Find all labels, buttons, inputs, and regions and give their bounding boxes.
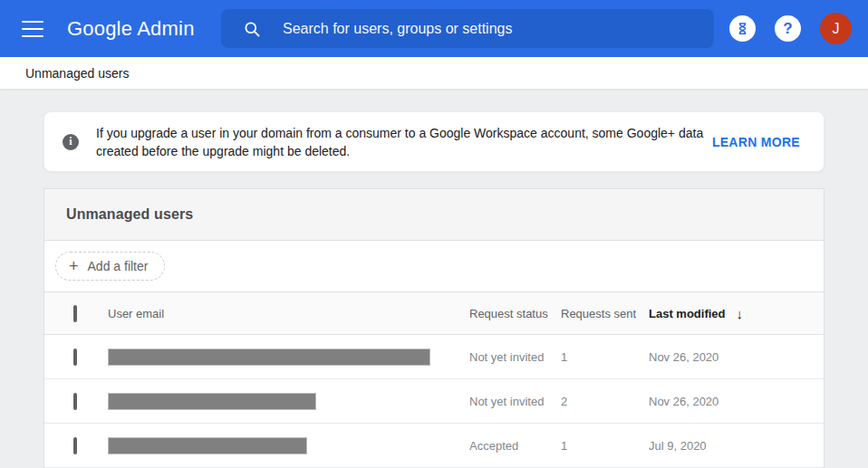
hourglass-icon bbox=[736, 22, 749, 35]
column-header-request-status[interactable]: Request status bbox=[469, 307, 561, 320]
row-checkbox[interactable] bbox=[73, 349, 77, 366]
requests-sent-cell: 1 bbox=[561, 350, 649, 364]
sort-desc-icon: ↓ bbox=[737, 306, 744, 321]
question-mark-icon: ? bbox=[783, 21, 792, 36]
redacted-user-email bbox=[108, 437, 307, 454]
requests-sent-cell: 2 bbox=[561, 395, 649, 408]
column-header-requests-sent[interactable]: Requests sent bbox=[561, 307, 649, 320]
last-modified-cell: Nov 26, 2020 bbox=[649, 395, 824, 408]
breadcrumb-item[interactable]: Unmanaged users bbox=[25, 66, 129, 81]
table-row[interactable]: Not yet invited 1 Nov 26, 2020 bbox=[44, 335, 824, 379]
row-checkbox[interactable] bbox=[73, 437, 77, 454]
request-status-cell: Not yet invited bbox=[469, 350, 561, 364]
learn-more-link[interactable]: LEARN MORE bbox=[712, 135, 800, 149]
page-content: i If you upgrade a user in your domain f… bbox=[0, 90, 868, 468]
request-status-cell: Accepted bbox=[469, 439, 561, 453]
request-status-cell: Not yet invited bbox=[469, 395, 561, 408]
info-banner: i If you upgrade a user in your domain f… bbox=[43, 111, 825, 172]
add-filter-label: Add a filter bbox=[88, 259, 149, 273]
info-icon: i bbox=[63, 134, 79, 150]
table-row[interactable]: Not yet invited 2 Nov 26, 2020 bbox=[44, 379, 824, 424]
help-button[interactable]: ? bbox=[775, 15, 801, 42]
last-modified-cell: Jul 9, 2020 bbox=[649, 439, 824, 453]
column-header-last-modified[interactable]: Last modified ↓ bbox=[649, 306, 824, 321]
product-logo[interactable]: Google Admin bbox=[67, 17, 195, 41]
search-icon bbox=[243, 20, 261, 38]
select-all-checkbox[interactable] bbox=[73, 305, 77, 322]
requests-sent-cell: 1 bbox=[561, 439, 649, 453]
column-header-user-email[interactable]: User email bbox=[108, 307, 469, 320]
plus-icon: + bbox=[69, 258, 79, 274]
banner-message: If you upgrade a user in your domain fro… bbox=[96, 124, 709, 160]
card-title: Unmanaged users bbox=[66, 206, 193, 223]
main-menu-icon[interactable] bbox=[22, 21, 43, 37]
add-filter-button[interactable]: + Add a filter bbox=[55, 252, 165, 281]
filter-toolbar: + Add a filter bbox=[44, 241, 824, 291]
redacted-user-email bbox=[108, 393, 316, 410]
row-checkbox[interactable] bbox=[73, 393, 77, 410]
search-input[interactable]: Search for users, groups or settings bbox=[221, 9, 714, 48]
breadcrumb: Unmanaged users bbox=[0, 57, 868, 90]
app-bar-actions: ? J bbox=[729, 13, 852, 44]
table-row[interactable]: Accepted 1 Jul 9, 2020 bbox=[44, 424, 824, 468]
account-avatar[interactable]: J bbox=[820, 13, 852, 44]
table-header-row: User email Request status Requests sent … bbox=[44, 291, 824, 335]
last-modified-cell: Nov 26, 2020 bbox=[649, 350, 824, 364]
tasks-button[interactable] bbox=[729, 15, 756, 42]
unmanaged-users-card: Unmanaged users + Add a filter User emai… bbox=[43, 188, 825, 468]
card-header: Unmanaged users bbox=[44, 189, 824, 241]
app-bar: Google Admin Search for users, groups or… bbox=[0, 0, 868, 57]
redacted-user-email bbox=[108, 349, 430, 366]
search-placeholder: Search for users, groups or settings bbox=[283, 21, 512, 37]
